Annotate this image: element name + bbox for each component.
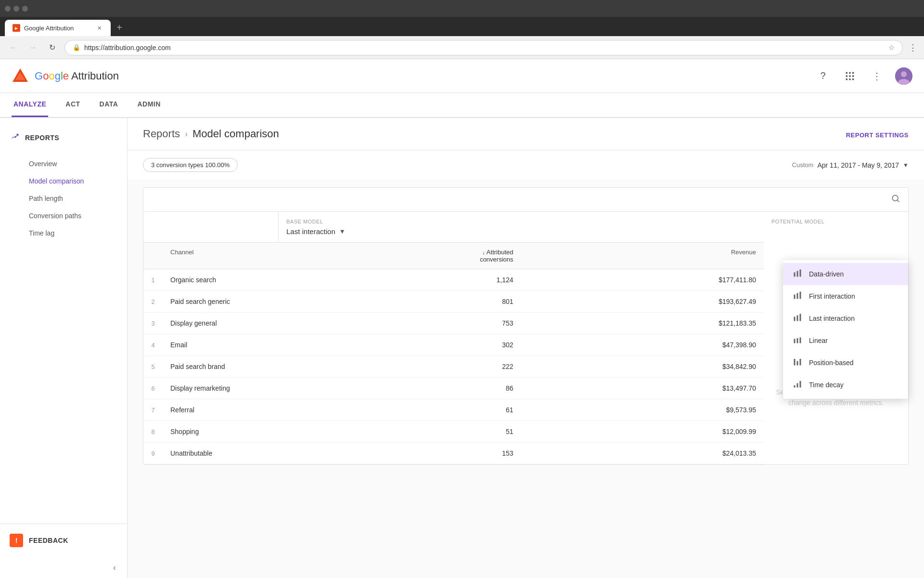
browser-tab-active[interactable]: ► Google Attribution ✕ [5,20,111,36]
avatar[interactable] [895,67,912,85]
feedback-button[interactable]: ! FEEDBACK [10,534,117,547]
rank-cell: 7 [143,400,163,420]
rank-cell: 9 [143,443,163,464]
sidebar-item-time-lag[interactable]: Time lag [25,224,117,242]
potential-model-panel: Potential Model Data-driven First intera… [764,212,908,464]
channel-cell: Display general [163,313,278,334]
svg-point-14 [892,195,898,201]
model-comparison-table: Base model Last interaction ▼ Channel ↓ [143,187,909,465]
channel-cell: Referral [163,399,278,420]
sidebar-item-overview[interactable]: Overview [25,155,117,172]
report-settings-button[interactable]: REPORT SETTINGS [846,131,909,139]
svg-rect-32 [797,383,798,388]
forward-button[interactable]: → [26,41,39,54]
svg-rect-29 [797,361,798,366]
sidebar-item-conversion-paths[interactable]: Conversion paths [25,207,117,224]
app-logo: Google Attribution [12,67,119,85]
tab-analyze[interactable]: ANALYZE [12,92,48,117]
tab-favicon: ► [13,24,20,32]
channel-cell: Email [163,334,278,355]
tab-act[interactable]: ACT [64,92,82,117]
svg-rect-8 [846,79,847,80]
channel-cell: Display remarketing [163,378,278,399]
date-range-value: Apr 11, 2017 - May 9, 2017 [817,161,899,169]
window-close-dot [5,6,11,12]
channel-col-header: Channel [163,243,278,269]
breadcrumb-reports-link[interactable]: Reports [143,128,180,140]
tab-data[interactable]: DATA [98,92,120,117]
dropdown-item-position-based[interactable]: Position-based [783,352,908,374]
tab-title: Google Attribution [24,25,91,32]
table-row: 5 Paid search brand 222 $34,842.90 [143,356,764,378]
app-name: Google Attribution [35,70,119,82]
date-range-selector[interactable]: Custom Apr 11, 2017 - May 9, 2017 ▼ [792,161,909,169]
potential-model-header-label: Potential Model [764,212,908,226]
bookmark-icon[interactable]: ☆ [888,43,895,52]
svg-rect-18 [800,270,801,277]
conversions-cell: 153 [278,443,521,464]
tab-close-button[interactable]: ✕ [95,24,103,32]
svg-rect-7 [852,75,854,77]
revenue-cell: $24,013.35 [521,443,764,464]
logo-icon [12,67,29,85]
breadcrumb-arrow-icon: › [185,129,188,139]
content-area: Reports › Model comparison REPORT SETTIN… [128,118,924,578]
table-row: 9 Unattributable 153 $24,013.35 [143,443,764,464]
sidebar-item-model-comparison[interactable]: Model comparison [25,172,117,190]
dropdown-item-first-interaction[interactable]: First interaction [783,285,908,307]
apps-button[interactable] [841,67,859,85]
svg-rect-6 [849,75,850,77]
rank-cell: 2 [143,291,163,312]
channel-cell: Organic search [163,269,278,290]
help-button[interactable]: ? [814,67,832,85]
tab-bar: ► Google Attribution ✕ + [0,17,924,36]
dropdown-item-linear[interactable]: Linear [783,329,908,352]
svg-rect-24 [800,314,801,321]
breadcrumb: Reports › Model comparison [143,128,909,150]
channel-cell: Shopping [163,421,278,442]
breadcrumb-current: Model comparison [192,128,279,140]
rank-cell: 4 [143,335,163,355]
data-driven-label: Data-driven [809,270,844,278]
dropdown-item-data-driven[interactable]: Data-driven [783,263,908,285]
channel-cell: Paid search brand [163,356,278,377]
svg-rect-27 [800,338,801,343]
sidebar-item-path-length[interactable]: Path length [25,190,117,207]
dropdown-item-last-interaction[interactable]: Last interaction [783,307,908,329]
potential-model-dropdown[interactable]: Data-driven First interaction Last inter… [783,260,908,399]
browser-menu-button[interactable]: ⋮ [909,42,917,53]
table-search-button[interactable] [891,194,900,206]
window-controls [5,6,28,12]
table-row: 3 Display general 753 $121,183.35 [143,313,764,334]
svg-rect-26 [797,338,798,343]
window-min-dot [13,6,19,12]
svg-rect-25 [794,339,796,343]
base-model-dropdown[interactable]: Last interaction ▼ [286,227,513,236]
last-interaction-label: Last interaction [809,315,855,322]
ssl-lock-icon: 🔒 [73,44,80,51]
rank-cell: 6 [143,378,163,399]
more-options-button[interactable]: ⋮ [868,67,886,85]
new-tab-button[interactable]: + [113,21,126,34]
svg-rect-22 [794,317,796,321]
svg-rect-19 [794,295,796,299]
revenue-cell: $177,411.80 [521,269,764,290]
first-interaction-label: First interaction [809,292,855,300]
table-toolbar [143,188,908,212]
conversion-types-chip[interactable]: 3 conversion types 100.00% [143,158,238,172]
revenue-cell: $47,398.90 [521,334,764,355]
collapse-button[interactable]: ‹ [108,561,121,574]
time-decay-label: Time decay [809,381,844,389]
header-icons: ? ⋮ [814,67,912,85]
dropdown-item-time-decay[interactable]: Time decay [783,374,908,396]
reload-button[interactable]: ↻ [45,41,59,54]
sidebar-heading-text: REPORTS [25,134,59,142]
url-bar[interactable]: 🔒 https://attribution.google.com ☆ [64,40,903,55]
first-interaction-icon [793,291,802,302]
tab-admin[interactable]: ADMIN [135,92,162,117]
rank-cell: 3 [143,313,163,334]
sidebar-reports-section: REPORTS Overview Model comparison Path l… [0,128,127,242]
browser-chrome [0,0,924,17]
back-button[interactable]: ← [7,41,20,54]
conversions-col-header[interactable]: ↓ Attributed conversions [278,243,521,269]
